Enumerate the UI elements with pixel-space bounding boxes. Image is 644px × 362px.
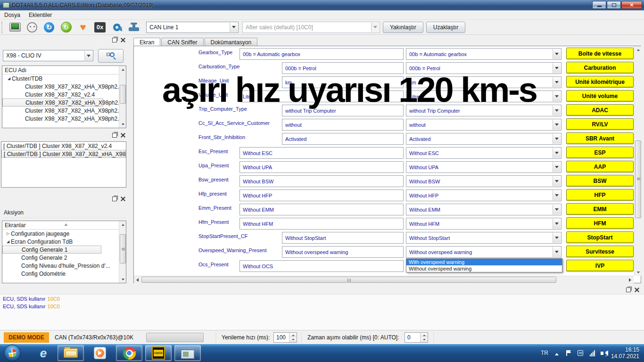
side-button-rvlv[interactable]: RV/LV — [566, 118, 634, 130]
chevron-down-icon[interactable] — [553, 134, 561, 144]
chevron-down-icon[interactable] — [553, 176, 561, 186]
param-value-box[interactable]: 00b = Automatic gearbox — [239, 48, 404, 60]
param-value-box[interactable]: Without UPA — [239, 161, 404, 173]
chevron-down-icon[interactable] — [553, 120, 561, 130]
chevron-down-icon[interactable] — [553, 106, 561, 115]
tree-item-ecu-selected[interactable]: Cluster X98_X87_X82_xHA_X98ph2... — [2, 99, 103, 107]
param-value-box[interactable]: Without EMM — [239, 204, 404, 215]
side-button-ivp[interactable]: IVP — [566, 260, 634, 272]
ecu-screen-icon[interactable] — [9, 22, 21, 33]
close-panel-icon[interactable] — [121, 38, 125, 42]
param-value-box[interactable]: Without StopStart — [282, 232, 404, 244]
param-value-box[interactable]: Litre — [239, 90, 404, 102]
screens-item[interactable]: Config Generale 2 — [2, 254, 126, 262]
notification-icon[interactable] — [578, 350, 583, 356]
side-button-esp[interactable]: ESP — [566, 147, 634, 158]
chevron-down-icon[interactable] — [84, 51, 92, 60]
chevron-down-icon[interactable] — [553, 49, 561, 59]
param-combo[interactable]: without Trip Computer — [406, 105, 561, 116]
tree-item-ecu[interactable]: Cluster X98_X87_X82_xHA_X98ph2... — [2, 107, 126, 115]
vehicle-select[interactable]: X98 - CLIO IV — [3, 50, 93, 61]
toolbar-drag-handle[interactable] — [1, 22, 4, 33]
chevron-down-icon[interactable] — [553, 190, 561, 200]
minimize-button[interactable] — [592, 1, 606, 9]
refresh-rate-spinbox[interactable]: 100 — [273, 332, 297, 343]
tree-item-root[interactable]: ◢ Cluster/TDB — [2, 74, 126, 82]
param-value-box[interactable]: Without HFP — [239, 189, 404, 201]
taskbar-explorer[interactable] — [58, 345, 84, 361]
side-button-emm[interactable]: EMM — [566, 203, 634, 215]
side-button-carburation[interactable]: Carburation — [566, 62, 634, 74]
param-combo[interactable]: Without UPA — [406, 161, 561, 173]
param-combo[interactable]: Without ESC — [406, 147, 561, 159]
param-combo[interactable]: without — [406, 119, 561, 131]
chevron-down-icon[interactable] — [553, 148, 561, 158]
refresh-blue-icon[interactable]: ↻ — [43, 22, 55, 33]
param-combo[interactable]: 000b = Petrol — [406, 62, 561, 74]
open-ecu-item[interactable]: [ Cluster/TDB ] Cluster X98_X87_X82_v2.4 — [1, 142, 126, 150]
spin-up-icon[interactable] — [421, 333, 428, 337]
chevron-down-icon[interactable] — [553, 219, 561, 229]
param-value-box[interactable]: Without ESC — [239, 147, 404, 159]
volume-icon[interactable] — [601, 352, 603, 355]
param-value-box[interactable]: km — [282, 76, 404, 88]
diagnostic-heart-icon[interactable]: ♥ — [77, 22, 89, 33]
close-panel-icon[interactable] — [121, 197, 125, 201]
timeout-spinbox[interactable]: 0 — [405, 332, 428, 343]
float-panel-icon[interactable] — [626, 288, 631, 292]
taskbar-internet-explorer[interactable]: e — [30, 345, 57, 361]
param-value-box[interactable]: 000b = Petrol — [282, 62, 404, 74]
side-button-sbr-avant[interactable]: SBR Avant — [566, 132, 634, 144]
param-combo[interactable]: Litre — [406, 90, 561, 102]
param-combo[interactable]: km — [406, 76, 561, 88]
start-button[interactable] — [4, 345, 21, 362]
param-value-box[interactable]: Activated — [282, 133, 404, 145]
network-signal-icon[interactable] — [590, 350, 595, 356]
clock[interactable]: 16:15 14.07.2021 — [611, 346, 639, 360]
tree-item-ecu[interactable]: Cluster X98_X87_X82_xHA_X98ph2... — [2, 115, 126, 123]
param-combo[interactable]: Without EMM — [406, 204, 561, 215]
side-button-hfm[interactable]: HFM — [566, 217, 634, 229]
chevron-down-icon[interactable] — [553, 205, 561, 214]
screens-item[interactable]: ◢ Ecran Configuration TdB — [2, 238, 126, 246]
param-combo[interactable]: Without HFP — [406, 189, 561, 201]
screens-header[interactable]: Ekranlar — [2, 221, 126, 230]
tray-expand-icon[interactable] — [555, 351, 559, 355]
main-vertical-scrollbar[interactable] — [634, 46, 641, 276]
tab-can-sniffer[interactable]: CAN Sniffer — [161, 38, 203, 46]
taskbar-chrome[interactable] — [116, 345, 142, 361]
taskbar-app-window[interactable] — [174, 345, 201, 361]
screens-item[interactable]: ▷ Configuration jaugeage — [2, 230, 126, 238]
close-panel-icon[interactable] — [121, 133, 125, 138]
chevron-down-icon[interactable] — [553, 162, 561, 172]
screens-scrollbar[interactable] — [119, 221, 126, 283]
side-button-bsw[interactable]: BSW — [566, 175, 634, 187]
maximize-button[interactable] — [607, 1, 621, 9]
side-button-aap[interactable]: AAP — [566, 161, 634, 173]
dropdown-option-selected[interactable]: With overspeed warning — [406, 259, 562, 265]
chevron-down-icon[interactable] — [553, 77, 561, 87]
chevron-down-icon[interactable] — [230, 23, 238, 32]
screens-item[interactable]: Config Niveau d'huile_Pression d'... — [2, 262, 126, 270]
param-combo[interactable]: Without HFM — [406, 218, 561, 230]
menu-dosya[interactable]: Dosya — [0, 11, 25, 19]
param-value-box[interactable]: without — [282, 119, 404, 131]
chevron-down-icon[interactable] — [553, 63, 561, 73]
screens-item-selected[interactable]: Config Generale 1 — [2, 246, 101, 254]
hex-mode-icon[interactable]: 0x — [94, 22, 106, 33]
chevron-down-icon[interactable] — [553, 247, 561, 257]
open-ecu-item-selected[interactable]: [ Cluster/TDB ] Cluster X98_X87_X82_xHA_… — [1, 150, 126, 158]
side-button-unite-volume[interactable]: Unité volume — [566, 90, 634, 102]
expand-icon[interactable]: ◢ — [6, 76, 12, 81]
close-button[interactable]: ✕ — [621, 1, 642, 9]
can-line-select[interactable]: CAN Line 1 — [146, 22, 239, 33]
tree-item-ecu[interactable]: Cluster X98_X87_X82_xHA_X98ph2... — [2, 82, 126, 90]
chevron-down-icon[interactable] — [553, 233, 561, 243]
chevron-down-icon[interactable] — [553, 91, 561, 101]
side-button-stopstart[interactable]: StopStart — [566, 231, 634, 243]
spin-down-icon[interactable] — [421, 337, 428, 342]
taskbar-media-player[interactable] — [87, 345, 113, 361]
reload-green-icon[interactable]: ↻ — [60, 22, 72, 33]
param-value-box[interactable]: Without HFM — [239, 218, 404, 230]
ecu-tree-header[interactable]: ECU Adı — [2, 66, 126, 74]
